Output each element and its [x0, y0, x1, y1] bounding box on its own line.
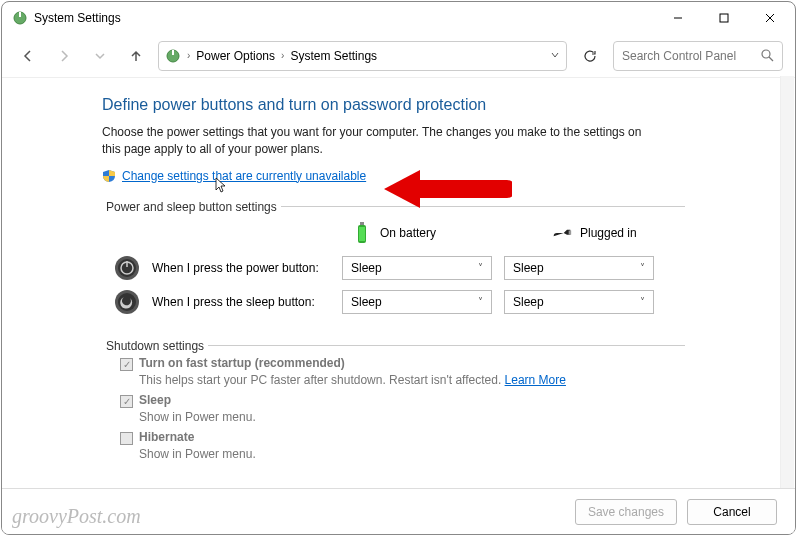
- breadcrumb[interactable]: › Power Options › System Settings: [158, 41, 567, 71]
- power-options-icon: [165, 48, 181, 64]
- maximize-button[interactable]: [701, 3, 747, 33]
- close-button[interactable]: [747, 3, 793, 33]
- sleep-button-row: When I press the sleep button: Sleep˅ Sl…: [102, 289, 795, 315]
- chevron-right-icon: ›: [187, 50, 190, 61]
- power-button-label: When I press the power button:: [152, 261, 330, 275]
- column-headers: On battery Plugged in: [102, 221, 795, 245]
- plugged-in-label: Plugged in: [580, 226, 637, 240]
- search-icon: [761, 49, 774, 62]
- sleep-checkbox-desc: Show in Power menu.: [139, 410, 795, 424]
- chevron-right-icon: ›: [281, 50, 284, 61]
- up-button[interactable]: [122, 42, 150, 70]
- content-area: Define power buttons and turn on passwor…: [2, 78, 795, 498]
- power-button-row: When I press the power button: Sleep˅ Sl…: [102, 255, 795, 281]
- back-button[interactable]: [14, 42, 42, 70]
- recent-dropdown[interactable]: [86, 42, 114, 70]
- power-button-battery-select[interactable]: Sleep˅: [342, 256, 492, 280]
- minimize-button[interactable]: [655, 3, 701, 33]
- window-frame: System Settings › Power Options › System…: [1, 1, 796, 535]
- power-sleep-group-label: Power and sleep button settings: [102, 200, 281, 214]
- search-placeholder: Search Control Panel: [622, 49, 761, 63]
- cursor-icon: [212, 176, 228, 196]
- breadcrumb-dropdown[interactable]: [550, 49, 560, 63]
- shield-icon: [102, 169, 116, 183]
- on-battery-label: On battery: [380, 226, 436, 240]
- breadcrumb-item-system-settings[interactable]: System Settings: [290, 49, 377, 63]
- svg-rect-3: [720, 14, 728, 22]
- svg-point-8: [762, 50, 770, 58]
- hibernate-checkbox: [120, 432, 133, 445]
- sleep-checkbox-label: Sleep: [139, 393, 171, 407]
- save-button[interactable]: Save changes: [575, 499, 677, 525]
- chevron-down-icon: ˅: [478, 296, 483, 307]
- scrollbar[interactable]: [780, 76, 794, 533]
- search-input[interactable]: Search Control Panel: [613, 41, 783, 71]
- cancel-button[interactable]: Cancel: [687, 499, 777, 525]
- hibernate-checkbox-desc: Show in Power menu.: [139, 447, 795, 461]
- svg-rect-1: [19, 12, 21, 17]
- chevron-down-icon: ˅: [478, 262, 483, 273]
- watermark: groovyPost.com: [12, 505, 141, 528]
- fast-startup-label: Turn on fast startup (recommended): [139, 356, 345, 370]
- svg-rect-7: [172, 50, 174, 55]
- chevron-down-icon: ˅: [640, 262, 645, 273]
- shutdown-group-label: Shutdown settings: [102, 339, 208, 353]
- fast-startup-desc: This helps start your PC faster after sh…: [139, 373, 795, 387]
- page-title: Define power buttons and turn on passwor…: [102, 96, 795, 114]
- svg-line-9: [769, 57, 773, 61]
- sleep-checkbox: [120, 395, 133, 408]
- fast-startup-checkbox: [120, 358, 133, 371]
- sleep-button-battery-select[interactable]: Sleep˅: [342, 290, 492, 314]
- page-description: Choose the power settings that you want …: [102, 124, 662, 158]
- power-button-plugged-select[interactable]: Sleep˅: [504, 256, 654, 280]
- window-title: System Settings: [34, 11, 121, 25]
- sleep-button-label: When I press the sleep button:: [152, 295, 330, 309]
- chevron-down-icon: ˅: [640, 296, 645, 307]
- power-button-icon: [114, 255, 140, 281]
- svg-rect-13: [569, 230, 572, 234]
- battery-icon: [352, 221, 372, 245]
- learn-more-link[interactable]: Learn More: [505, 373, 566, 387]
- plug-icon: [552, 221, 572, 245]
- sleep-button-plugged-select[interactable]: Sleep˅: [504, 290, 654, 314]
- forward-button[interactable]: [50, 42, 78, 70]
- breadcrumb-item-power-options[interactable]: Power Options: [196, 49, 275, 63]
- svg-rect-11: [360, 222, 364, 225]
- refresh-button[interactable]: [575, 41, 605, 71]
- sleep-button-icon: [114, 289, 140, 315]
- navigation-bar: › Power Options › System Settings Search…: [2, 34, 795, 78]
- window-icon: [12, 10, 28, 26]
- change-settings-link[interactable]: Change settings that are currently unava…: [122, 169, 366, 183]
- titlebar: System Settings: [2, 2, 795, 34]
- svg-rect-12: [359, 227, 365, 241]
- hibernate-checkbox-label: Hibernate: [139, 430, 194, 444]
